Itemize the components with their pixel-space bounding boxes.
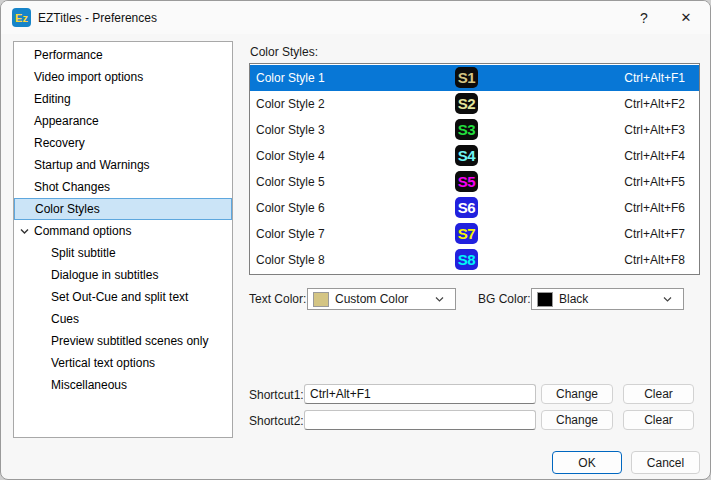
shortcut2-change-button[interactable]: Change — [541, 410, 613, 430]
color-style-row-5[interactable]: Color Style 5 S5 Ctrl+Alt+F5 — [250, 169, 699, 195]
color-styles-label: Color Styles: — [250, 45, 318, 59]
style-shortcut: Ctrl+Alt+F7 — [624, 221, 685, 247]
bg-color-value: Black — [559, 292, 662, 306]
sidebar-item-cues[interactable]: Cues — [14, 308, 232, 330]
style-badge-icon: S8 — [455, 249, 478, 270]
sidebar-item-shot-changes[interactable]: Shot Changes — [14, 176, 232, 198]
shortcut2-input[interactable] — [304, 410, 536, 430]
style-shortcut: Ctrl+Alt+F4 — [624, 143, 685, 169]
sidebar-item-label: Command options — [34, 224, 131, 238]
sidebar-item-startup-and-warnings[interactable]: Startup and Warnings — [14, 154, 232, 176]
app-icon: Ez — [12, 8, 31, 27]
shortcut1-clear-button[interactable]: Clear — [623, 384, 694, 404]
sidebar-item-appearance[interactable]: Appearance — [14, 110, 232, 132]
chevron-down-icon[interactable] — [19, 226, 30, 237]
color-style-row-4[interactable]: Color Style 4 S4 Ctrl+Alt+F4 — [250, 143, 699, 169]
chevron-down-icon — [434, 294, 445, 305]
bg-color-label: BG Color: — [478, 288, 531, 310]
style-badge-icon: S5 — [455, 171, 478, 192]
color-style-row-2[interactable]: Color Style 2 S2 Ctrl+Alt+F2 — [250, 91, 699, 117]
style-badge-icon: S2 — [455, 93, 478, 114]
color-style-name: Color Style 7 — [256, 221, 325, 247]
sidebar-item-performance[interactable]: Performance — [14, 44, 232, 66]
color-style-row-7[interactable]: Color Style 7 S7 Ctrl+Alt+F7 — [250, 221, 699, 247]
text-color-swatch — [313, 292, 329, 307]
color-style-row-8[interactable]: Color Style 8 S8 Ctrl+Alt+F8 — [250, 247, 699, 273]
style-shortcut: Ctrl+Alt+F8 — [624, 247, 685, 273]
sidebar-item-miscellaneous[interactable]: Miscellaneous — [14, 374, 232, 396]
style-shortcut: Ctrl+Alt+F2 — [624, 91, 685, 117]
title-bar: Ez EZTitles - Preferences ? ✕ — [1, 1, 710, 34]
text-color-value: Custom Color — [335, 292, 434, 306]
style-shortcut: Ctrl+Alt+F1 — [624, 65, 685, 91]
sidebar-item-color-styles[interactable]: Color Styles — [14, 198, 232, 220]
shortcut2-label: Shortcut2: — [249, 410, 304, 432]
style-shortcut: Ctrl+Alt+F5 — [624, 169, 685, 195]
sidebar-item-recovery[interactable]: Recovery — [14, 132, 232, 154]
text-color-dropdown[interactable]: Custom Color — [307, 288, 456, 310]
color-style-row-3[interactable]: Color Style 3 S3 Ctrl+Alt+F3 — [250, 117, 699, 143]
chevron-down-icon — [662, 294, 673, 305]
style-badge-icon: S3 — [455, 119, 478, 140]
color-style-name: Color Style 8 — [256, 247, 325, 273]
style-badge-icon: S4 — [455, 145, 478, 166]
sidebar-item-preview-subtitled-scenes-only[interactable]: Preview subtitled scenes only — [14, 330, 232, 352]
style-badge-icon: S6 — [455, 197, 478, 218]
sidebar-item-video-import-options[interactable]: Video import options — [14, 66, 232, 88]
color-style-name: Color Style 4 — [256, 143, 325, 169]
sidebar-item-split-subtitle[interactable]: Split subtitle — [14, 242, 232, 264]
color-style-name: Color Style 5 — [256, 169, 325, 195]
text-color-label: Text Color: — [249, 288, 306, 310]
preferences-dialog: Ez EZTitles - Preferences ? ✕ Performanc… — [0, 0, 711, 480]
sidebar-item-editing[interactable]: Editing — [14, 88, 232, 110]
sidebar-item-vertical-text-options[interactable]: Vertical text options — [14, 352, 232, 374]
shortcut2-clear-button[interactable]: Clear — [623, 410, 694, 430]
style-shortcut: Ctrl+Alt+F6 — [624, 195, 685, 221]
bg-color-dropdown[interactable]: Black — [531, 288, 684, 310]
color-styles-list: Color Style 1 S1 Ctrl+Alt+F1 Color Style… — [249, 63, 700, 275]
color-style-name: Color Style 2 — [256, 91, 325, 117]
style-badge-icon: S7 — [455, 223, 478, 244]
preferences-sidebar: Performance Video import options Editing… — [13, 41, 233, 438]
bg-color-swatch — [537, 292, 553, 307]
cancel-button[interactable]: Cancel — [631, 451, 700, 474]
sidebar-item-dialogue-in-subtitles[interactable]: Dialogue in subtitles — [14, 264, 232, 286]
sidebar-item-set-out-cue-and-split-text[interactable]: Set Out-Cue and split text — [14, 286, 232, 308]
shortcut1-change-button[interactable]: Change — [541, 384, 613, 404]
color-style-row-1[interactable]: Color Style 1 S1 Ctrl+Alt+F1 — [250, 65, 699, 91]
color-style-name: Color Style 3 — [256, 117, 325, 143]
help-button[interactable]: ? — [624, 1, 664, 34]
shortcut1-label: Shortcut1: — [249, 384, 304, 406]
sidebar-item-command-options[interactable]: Command options — [14, 220, 232, 242]
ok-button[interactable]: OK — [552, 451, 622, 474]
close-button[interactable]: ✕ — [666, 1, 706, 34]
color-style-row-6[interactable]: Color Style 6 S6 Ctrl+Alt+F6 — [250, 195, 699, 221]
window-title: EZTitles - Preferences — [38, 1, 157, 34]
style-badge-icon: S1 — [455, 67, 478, 88]
color-style-name: Color Style 1 — [256, 65, 325, 91]
color-style-name: Color Style 6 — [256, 195, 325, 221]
style-shortcut: Ctrl+Alt+F3 — [624, 117, 685, 143]
shortcut1-input[interactable] — [304, 384, 536, 404]
